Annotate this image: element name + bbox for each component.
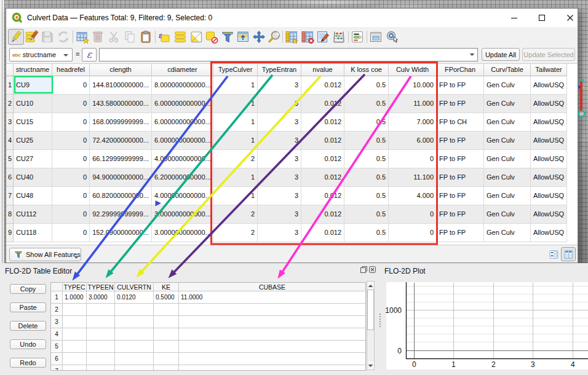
table-row[interactable]: 3 CU15 0 168.0099999999... 6.00000000000…	[6, 113, 578, 132]
cell-culvwidth[interactable]: 0	[389, 150, 437, 168]
editor-scrollbar[interactable]	[367, 281, 375, 370]
cell-typeen[interactable]	[87, 365, 115, 371]
cell-nvalue[interactable]: 0.012	[301, 187, 344, 205]
cell-klosscoe[interactable]: 0.5	[344, 150, 389, 168]
cell-headrefel[interactable]: 0	[52, 205, 90, 224]
copy-button[interactable]: Copy	[10, 284, 46, 294]
cell-typeentran[interactable]: 3	[258, 224, 301, 242]
cell-clength[interactable]: 66.12999999999...	[90, 150, 152, 168]
cell-klosscoe[interactable]: 0.5	[344, 76, 389, 95]
field-calculator-icon[interactable]	[332, 30, 346, 44]
cell-cubase[interactable]	[179, 341, 365, 353]
edit-field-icon[interactable]	[316, 30, 330, 44]
cell-fporchan[interactable]: FP to FP	[437, 224, 484, 242]
cell-ke[interactable]	[154, 316, 179, 328]
cell-clength[interactable]: 144.8100000000...	[90, 76, 152, 95]
column-header[interactable]: TypeCulver	[213, 64, 258, 76]
table-row[interactable]: 8 CU112 0 92.29999999999... 3.0000000000…	[6, 205, 578, 224]
row-number[interactable]: 1	[6, 76, 14, 95]
cell-structname[interactable]: CU48	[14, 187, 52, 205]
cell-typeculver[interactable]: 2	[213, 150, 258, 168]
cell-typec[interactable]	[63, 353, 87, 365]
table-row[interactable]: 7 CU48 0 60.82000000000... 4.00000000000…	[6, 187, 578, 205]
cell-structname[interactable]: CU112	[14, 205, 52, 224]
cell-structname[interactable]: CU9	[14, 76, 52, 95]
cell-tailwater[interactable]: AllowUSQ	[531, 224, 567, 242]
editor-row[interactable]: 3	[51, 316, 365, 328]
cell-tailwater[interactable]: AllowUSQ	[531, 168, 567, 187]
cell-ke[interactable]	[154, 328, 179, 341]
cell-klosscoe[interactable]: 0.5	[344, 168, 389, 187]
scrollbar-thumb[interactable]	[367, 290, 374, 330]
cell-typeculver[interactable]: 1	[213, 168, 258, 187]
delete-button[interactable]: Delete	[10, 321, 46, 331]
cell-culvertn[interactable]	[115, 341, 154, 353]
column-header[interactable]: cdiameter	[152, 64, 213, 76]
expression-builder-button[interactable]: ε	[82, 48, 97, 61]
cell-ke[interactable]	[154, 353, 179, 365]
cell-nvalue[interactable]: 0.012	[301, 76, 344, 95]
cell-headrefel[interactable]: 0	[52, 76, 90, 95]
dock-table-icon[interactable]	[368, 30, 383, 44]
cell-klosscoe[interactable]: 0.5	[344, 187, 389, 205]
cell-cubase[interactable]	[179, 316, 365, 328]
cell-cdiameter[interactable]: 6.000000000000...	[152, 95, 213, 113]
cell-typeen[interactable]	[87, 341, 115, 353]
cell-cubase[interactable]: 11.0000	[179, 291, 365, 304]
table-row[interactable]: 9 CU118 0 152.0900000000... 3.0000000000…	[6, 224, 578, 242]
cell-structname[interactable]: CU118	[14, 224, 52, 242]
cell-nvalue[interactable]: 0.012	[301, 150, 344, 168]
cell-headrefel[interactable]: 0	[52, 168, 90, 187]
cell-culvertn[interactable]	[115, 365, 154, 371]
expression-dropdown[interactable]	[467, 49, 477, 60]
row-number[interactable]: 7	[6, 187, 14, 205]
cell-culvertn[interactable]	[115, 353, 154, 365]
cell-cdiameter[interactable]: 4.000000000000...	[152, 187, 213, 205]
cell-typeentran[interactable]: 3	[258, 168, 301, 187]
cell-nvalue[interactable]: 0.012	[301, 205, 344, 224]
editor-row-number[interactable]: 5	[51, 341, 63, 353]
cell-cdiameter[interactable]: 3.000000000000...	[152, 224, 213, 242]
cell-klosscoe[interactable]: 0.5	[344, 224, 389, 242]
maximize-button[interactable]	[531, 9, 552, 27]
multi-edit-icon[interactable]	[25, 30, 39, 44]
float-panel-icon[interactable]	[360, 266, 367, 273]
row-number[interactable]: 6	[6, 168, 14, 187]
close-panel-icon[interactable]	[369, 266, 376, 273]
cell-nvalue[interactable]: 0.012	[301, 95, 344, 113]
editor-row-number[interactable]: 6	[51, 353, 63, 365]
cell-tailwater[interactable]: AllowUSQ	[531, 113, 567, 132]
cell-structname[interactable]: CU15	[14, 113, 52, 132]
cell-clength[interactable]: 143.5800000000...	[90, 95, 152, 113]
table-row[interactable]: 6 CU40 0 94.90000000000... 6.20000000000…	[6, 168, 578, 187]
cell-curvtable[interactable]: Gen Culv	[484, 132, 531, 150]
column-header[interactable]: Curv/Table	[484, 64, 531, 76]
column-header[interactable]: headrefel	[52, 64, 90, 76]
cell-ke[interactable]	[154, 341, 179, 353]
paste-button[interactable]: Paste	[10, 302, 46, 312]
table-view-button[interactable]	[561, 247, 576, 261]
cell-tailwater[interactable]: AllowUSQ	[531, 205, 567, 224]
actions-icon[interactable]	[385, 30, 400, 44]
minimize-button[interactable]	[504, 9, 525, 27]
cell-typec[interactable]	[63, 341, 87, 353]
cell-typeculver[interactable]: 2	[213, 205, 258, 224]
cell-typeen[interactable]	[87, 353, 115, 365]
cell-typeen[interactable]	[87, 328, 115, 341]
cell-klosscoe[interactable]: 0.5	[344, 113, 389, 132]
cell-headrefel[interactable]: 0	[52, 224, 90, 242]
cell-klosscoe[interactable]: 0.5	[344, 205, 389, 224]
invert-selection-icon[interactable]	[189, 30, 204, 44]
editor-row-number[interactable]: 7	[51, 365, 63, 371]
cell-typeentran[interactable]: 3	[258, 132, 301, 150]
cell-clength[interactable]: 168.0099999999...	[90, 113, 152, 132]
cell-culvertn[interactable]	[115, 304, 154, 316]
column-header[interactable]: K loss coe	[344, 64, 389, 76]
table-row[interactable]: 1 CU9 0 144.8100000000... 8.000000000000…	[6, 76, 578, 95]
editor-row-number[interactable]: 1	[51, 291, 63, 304]
cell-cdiameter[interactable]: 4.000000000000...	[152, 150, 213, 168]
cell-fporchan[interactable]: FP to CH	[437, 113, 484, 132]
cell-ke[interactable]	[154, 304, 179, 316]
new-field-icon[interactable]	[284, 30, 299, 44]
cell-tailwater[interactable]: AllowUSQ	[531, 132, 567, 150]
